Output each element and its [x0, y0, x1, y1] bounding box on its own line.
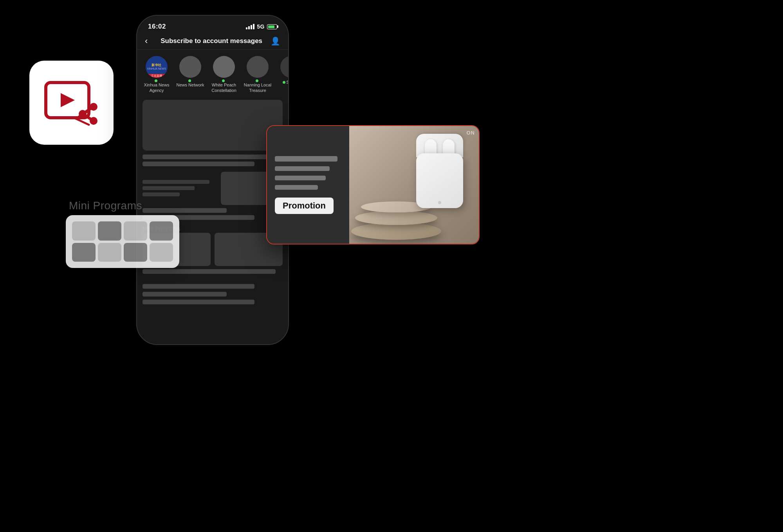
sk-line-5	[143, 269, 276, 274]
account-name-news-network: News Network	[176, 79, 204, 88]
nanning-avatar	[247, 56, 269, 78]
accounts-row: 新华社 XINHUA NEWS 正在直播 Xinhua News Agency …	[137, 50, 288, 100]
svg-line-8	[76, 119, 89, 125]
skeleton-row-1	[143, 172, 283, 205]
online-dot	[155, 79, 157, 82]
sk-line-2	[143, 162, 254, 166]
mini-dot-1	[72, 221, 96, 241]
promo-line-2	[275, 166, 330, 171]
account-name-white-peach: White Peach Constellation	[210, 79, 238, 93]
sk-line-3	[143, 208, 227, 213]
news-network-avatar	[179, 56, 201, 78]
battery-fill	[268, 25, 274, 28]
mini-dot-2	[98, 221, 121, 241]
mini-dot-3	[124, 221, 147, 241]
live-badge: 正在直播	[146, 74, 168, 78]
account-name-xinhua: Xinhua News Agency	[143, 79, 171, 93]
account-nanning[interactable]: Nanning Local Treasure	[244, 56, 272, 93]
svg-marker-1	[61, 93, 75, 107]
mini-programs-card[interactable]	[66, 215, 179, 268]
promotion-card[interactable]: Promotion ON	[266, 125, 480, 244]
sk-line-1	[143, 155, 276, 159]
account-white-peach[interactable]: White Peach Constellation	[210, 56, 238, 93]
mini-dot-5	[72, 243, 96, 262]
sk-line-8	[143, 300, 254, 304]
account-news-network[interactable]: News Network	[176, 56, 204, 88]
case-body	[416, 153, 463, 208]
mini-dot-7	[124, 243, 147, 262]
status-time: 16:02	[148, 23, 166, 31]
sk-line-7	[143, 292, 227, 297]
account-partial[interactable]: Shen...	[277, 56, 288, 85]
platform-bottom	[351, 223, 441, 240]
mini-dot-4	[150, 221, 173, 241]
person-icon[interactable]: 👤	[271, 36, 280, 46]
case-indicator	[438, 201, 441, 204]
promo-line-3	[275, 176, 326, 180]
sk-text-block	[143, 172, 217, 205]
account-xinhua[interactable]: 新华社 XINHUA NEWS 正在直播 Xinhua News Agency	[143, 56, 171, 93]
status-bar: 16:02 5G	[137, 16, 288, 33]
promo-line-1	[275, 156, 337, 162]
xinhua-avatar: 新华社 XINHUA NEWS 正在直播	[146, 56, 168, 78]
mini-dot-8	[150, 243, 173, 262]
promo-line-4	[275, 185, 318, 190]
app-icon-graphic	[40, 72, 103, 134]
white-peach-avatar	[213, 56, 235, 78]
platform-middle	[355, 211, 437, 225]
mini-dot-6	[98, 243, 121, 262]
partial-avatar	[280, 56, 288, 78]
mini-programs-section-label: Mini Programs	[69, 200, 142, 212]
online-dot-4	[256, 79, 258, 82]
app-icon	[29, 61, 114, 145]
airpods-case	[412, 134, 467, 208]
skeleton-image-1	[143, 100, 283, 151]
online-dot-2	[188, 79, 191, 82]
sk-l1	[143, 180, 209, 184]
sk-l2	[143, 186, 195, 190]
status-icons: 5G	[246, 23, 277, 30]
promo-image-panel: ON	[349, 126, 479, 244]
nav-title: Subscribe to account messages	[152, 37, 271, 45]
phone-nav: ‹ Subscribe to account messages 👤	[137, 33, 288, 50]
promotion-badge: Promotion	[275, 198, 334, 214]
signal-icon	[246, 24, 254, 29]
account-name-partial: Shen...	[283, 79, 288, 85]
online-dot-3	[222, 79, 225, 82]
back-button[interactable]: ‹	[145, 36, 148, 46]
sk-l3	[143, 192, 180, 196]
promo-top-right-label: ON	[467, 130, 475, 136]
account-name-nanning: Nanning Local Treasure	[244, 79, 272, 93]
skeleton-area	[137, 100, 288, 220]
sk-line-6	[143, 284, 254, 289]
network-label: 5G	[257, 23, 265, 30]
online-dot-5	[283, 81, 285, 84]
battery-icon	[267, 24, 277, 29]
promo-text-panel: Promotion	[267, 126, 349, 244]
